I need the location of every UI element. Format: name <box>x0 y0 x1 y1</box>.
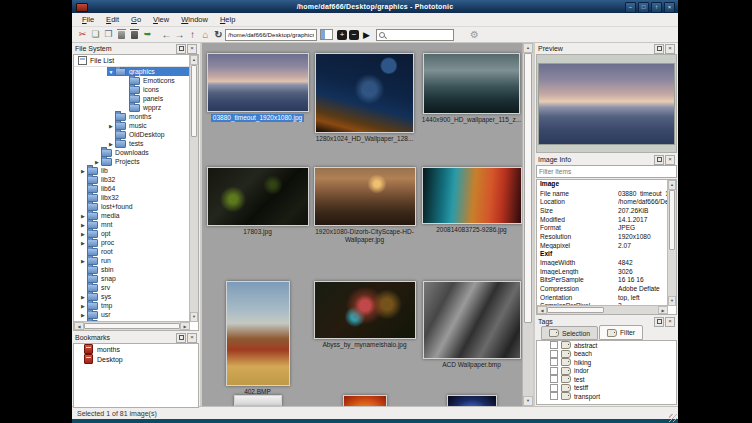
thumbnail[interactable]: 03880_timeout_1920x1080.jpg <box>207 53 309 122</box>
tree-item[interactable]: Downloads <box>93 148 190 157</box>
close-button[interactable]: × <box>664 2 675 13</box>
thumbnail-image[interactable] <box>314 281 416 339</box>
tree-item[interactable]: lib32 <box>79 175 190 184</box>
thumbnail[interactable]: 200814083725-9286.jpg <box>422 167 522 234</box>
tag-checkbox[interactable] <box>550 350 558 358</box>
menu-edit[interactable]: Edit <box>100 13 125 26</box>
menu-view[interactable]: View <box>147 13 175 26</box>
expander-down-icon[interactable]: ▼ <box>107 69 115 75</box>
tag-checkbox[interactable] <box>550 358 558 366</box>
scroll-up-icon[interactable]: ▲ <box>523 43 533 53</box>
tree-item[interactable]: ▶opt <box>79 229 190 238</box>
tree-item[interactable]: srv <box>79 283 190 292</box>
thumbnail[interactable]: 17803.jpg <box>207 167 309 236</box>
expander-right-icon[interactable]: ▶ <box>107 123 115 129</box>
thumbnail[interactable] <box>343 395 387 406</box>
tag-checkbox[interactable] <box>550 367 558 375</box>
expander-right-icon[interactable]: ▶ <box>93 159 101 165</box>
scroll-left-icon[interactable]: ◀ <box>537 306 547 314</box>
thumbnail-image[interactable] <box>234 395 282 406</box>
float-panel-button[interactable] <box>654 44 664 54</box>
float-panel-button[interactable] <box>654 317 664 327</box>
thumbnail[interactable] <box>447 395 497 406</box>
menu-help[interactable]: Help <box>214 13 241 26</box>
scroll-up-icon[interactable]: ▲ <box>190 55 198 65</box>
expander-right-icon[interactable]: ▶ <box>79 258 87 264</box>
expander-right-icon[interactable]: ▶ <box>107 141 115 147</box>
close-panel-button[interactable]: × <box>187 333 197 343</box>
menu-window[interactable]: Window <box>175 13 214 26</box>
info-horizontal-scrollbar[interactable]: ◀ ▶ <box>537 305 668 314</box>
thumbnail[interactable]: 1280x1024_HD_Wallpaper_128... <box>315 53 414 143</box>
tag-item[interactable]: transport <box>537 392 676 401</box>
up-button[interactable]: ↑ <box>186 28 199 42</box>
scroll-down-icon[interactable]: ▼ <box>668 296 676 306</box>
thumbnail-image[interactable] <box>447 395 497 406</box>
float-panel-button[interactable] <box>176 333 186 343</box>
thumbnail-image[interactable] <box>343 395 387 406</box>
delete-button[interactable] <box>115 28 128 42</box>
expander-right-icon[interactable]: ▶ <box>79 222 87 228</box>
float-panel-button[interactable] <box>654 155 664 165</box>
expander-right-icon[interactable]: ▶ <box>79 168 87 174</box>
thumb-enlarge-button[interactable]: + <box>337 30 347 40</box>
tag-item[interactable]: test <box>537 375 676 384</box>
close-panel-button[interactable]: × <box>187 44 197 54</box>
tree-item[interactable]: ▶usr <box>79 310 190 319</box>
tab-filter[interactable]: Filter <box>599 325 643 340</box>
move-button[interactable]: ➥ <box>141 28 154 42</box>
home-button[interactable]: ⌂ <box>199 28 212 42</box>
tag-checkbox[interactable] <box>550 341 558 349</box>
slideshow-button[interactable]: ▶ <box>363 30 370 40</box>
tree-item[interactable]: ▶media <box>79 211 190 220</box>
close-panel-button[interactable]: × <box>665 317 675 327</box>
thumb-shrink-button[interactable]: − <box>349 30 359 40</box>
menu-go[interactable]: Go <box>125 13 147 26</box>
tree-item[interactable]: ▶lib <box>79 166 190 175</box>
resize-grip[interactable] <box>669 414 677 422</box>
thumbnail[interactable]: 402.BMP <box>226 281 290 396</box>
tag-item[interactable]: abstract <box>537 341 676 350</box>
tree-item[interactable]: ▶run <box>79 256 190 265</box>
tag-checkbox[interactable] <box>550 392 558 400</box>
scroll-right-icon[interactable]: ▶ <box>658 306 668 314</box>
expander-right-icon[interactable]: ▶ <box>79 303 87 309</box>
settings-gear-icon[interactable]: ⚙ <box>470 29 479 40</box>
scroll-right-icon[interactable]: ▶ <box>180 322 190 330</box>
thumbnail-image[interactable] <box>207 53 309 112</box>
thumbnail-image[interactable] <box>207 167 309 226</box>
thumbnail-image[interactable] <box>422 167 522 224</box>
back-button[interactable]: ← <box>160 28 173 42</box>
expander-right-icon[interactable]: ▶ <box>79 213 87 219</box>
close-panel-button[interactable]: × <box>665 44 675 54</box>
refresh-button[interactable]: ↻ <box>212 28 225 42</box>
thumbnail[interactable]: 1440x900_HD_wallpaper_115_z... <box>422 53 521 124</box>
scrollbar-thumb[interactable] <box>84 323 180 329</box>
tree-item[interactable]: libx32 <box>79 193 190 202</box>
scroll-down-icon[interactable]: ▼ <box>523 396 533 406</box>
shade-button[interactable]: ↑ <box>651 2 662 13</box>
titlebar[interactable]: /home/daf666/Desktop/graphics - Phototon… <box>72 0 678 13</box>
tag-item[interactable]: testff <box>537 384 676 393</box>
tree-item[interactable]: root <box>79 247 190 256</box>
menu-file[interactable]: File <box>76 13 100 26</box>
thumbnail-image[interactable] <box>315 53 414 133</box>
forward-button[interactable]: → <box>173 28 186 42</box>
tag-checkbox[interactable] <box>550 384 558 392</box>
scrollbar-thumb[interactable] <box>547 307 604 313</box>
cut-button[interactable]: ✂ <box>76 28 89 42</box>
delete-permanently-button[interactable] <box>128 28 141 42</box>
tree-item[interactable]: ▶mnt <box>79 220 190 229</box>
tree-vertical-scrollbar[interactable]: ▲ ▼ <box>189 55 198 322</box>
thumbnail-image[interactable] <box>226 281 290 386</box>
scroll-down-icon[interactable]: ▼ <box>190 312 198 322</box>
maximize-button[interactable]: □ <box>638 2 649 13</box>
tree-item[interactable]: lost+found <box>79 202 190 211</box>
tree-item[interactable]: ▼graphics <box>107 67 190 76</box>
tree-horizontal-scrollbar[interactable]: ◀ ▶ <box>74 321 190 330</box>
search-input[interactable] <box>377 30 453 40</box>
path-input[interactable] <box>225 29 317 41</box>
tree-item[interactable]: sbin <box>79 265 190 274</box>
scrollbar-thumb[interactable] <box>524 53 532 323</box>
expander-right-icon[interactable]: ▶ <box>79 240 87 246</box>
